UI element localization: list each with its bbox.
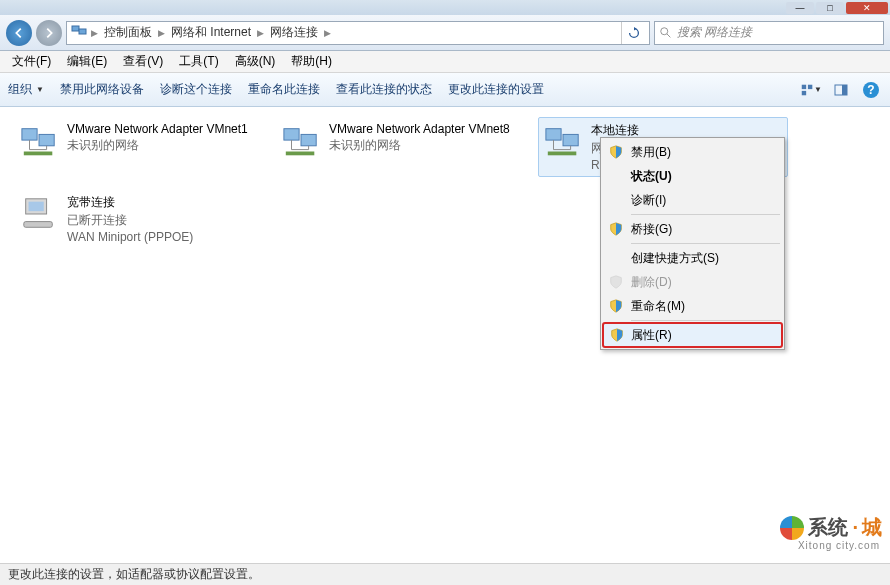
shield-icon — [610, 328, 624, 342]
shield-icon — [609, 222, 623, 236]
ctx-delete: 删除(D) — [603, 270, 782, 294]
svg-rect-28 — [548, 152, 577, 156]
context-menu: 禁用(B) 状态(U) 诊断(I) 桥接(G) 创建快捷方式(S) 删除(D) … — [600, 137, 785, 350]
separator — [631, 243, 780, 244]
svg-rect-11 — [22, 129, 37, 140]
connection-item[interactable]: 宽带连接 已断开连接 WAN Miniport (PPPOE) — [14, 189, 264, 249]
address-bar[interactable]: ▶ 控制面板 ▶ 网络和 Internet ▶ 网络连接 ▶ — [66, 21, 650, 45]
ctx-properties[interactable]: 属性(R) — [603, 323, 782, 347]
svg-line-3 — [667, 33, 671, 37]
network-adapter-icon — [281, 122, 321, 162]
connection-status: 未识别的网络 — [329, 137, 510, 154]
svg-text:?: ? — [867, 83, 874, 97]
separator — [631, 320, 780, 321]
view-options-button[interactable]: ▼ — [800, 79, 822, 101]
connection-item[interactable]: VMware Network Adapter VMnet1 未识别的网络 — [14, 117, 264, 177]
status-text: 更改此连接的设置，如适配器或协议配置设置。 — [8, 566, 260, 583]
logo-icon — [780, 516, 804, 540]
connection-item[interactable]: VMware Network Adapter VMnet8 未识别的网络 — [276, 117, 526, 177]
cmd-diagnose[interactable]: 诊断这个连接 — [160, 81, 232, 98]
svg-rect-1 — [79, 29, 86, 34]
chevron-down-icon: ▼ — [814, 85, 822, 94]
ctx-create-shortcut[interactable]: 创建快捷方式(S) — [603, 246, 782, 270]
chevron-right-icon: ▶ — [158, 28, 165, 38]
chevron-right-icon: ▶ — [257, 28, 264, 38]
chevron-down-icon: ▼ — [36, 85, 44, 94]
ctx-bridge[interactable]: 桥接(G) — [603, 217, 782, 241]
menu-bar: 文件(F) 编辑(E) 查看(V) 工具(T) 高级(N) 帮助(H) — [0, 51, 890, 73]
svg-rect-12 — [39, 134, 54, 145]
refresh-button[interactable] — [621, 22, 645, 44]
svg-rect-4 — [802, 84, 806, 88]
svg-rect-0 — [72, 26, 79, 31]
svg-rect-16 — [24, 152, 53, 156]
window-titlebar: — □ ✕ — [0, 0, 890, 15]
crumb-network-internet[interactable]: 网络和 Internet — [169, 24, 253, 41]
connection-device: WAN Miniport (PPPOE) — [67, 230, 193, 244]
cmd-view-status[interactable]: 查看此连接的状态 — [336, 81, 432, 98]
connection-name: VMware Network Adapter VMnet1 — [67, 122, 248, 136]
crumb-network-connections[interactable]: 网络连接 — [268, 24, 320, 41]
connection-status: 未识别的网络 — [67, 137, 248, 154]
network-adapter-icon — [543, 122, 583, 162]
connection-name: VMware Network Adapter VMnet8 — [329, 122, 510, 136]
connection-name: 宽带连接 — [67, 194, 193, 211]
shield-icon — [609, 275, 623, 289]
svg-rect-8 — [842, 85, 847, 95]
content-area: VMware Network Adapter VMnet1 未识别的网络 VMw… — [0, 107, 890, 567]
minimize-button[interactable]: — — [786, 2, 814, 14]
watermark: 系统·城 Xitong city.com — [780, 514, 882, 541]
maximize-button[interactable]: □ — [816, 2, 844, 14]
shield-icon — [609, 299, 623, 313]
ctx-disable[interactable]: 禁用(B) — [603, 140, 782, 164]
ctx-diagnose[interactable]: 诊断(I) — [603, 188, 782, 212]
svg-rect-30 — [29, 202, 44, 212]
svg-rect-17 — [284, 129, 299, 140]
svg-rect-6 — [802, 90, 806, 94]
status-bar: 更改此连接的设置，如适配器或协议配置设置。 — [0, 563, 890, 585]
separator — [631, 214, 780, 215]
dialup-icon — [19, 194, 59, 234]
svg-rect-23 — [546, 129, 561, 140]
cmd-organize[interactable]: 组织 ▼ — [8, 81, 44, 98]
search-input[interactable]: 搜索 网络连接 — [654, 21, 884, 45]
svg-rect-5 — [808, 84, 812, 88]
menu-edit[interactable]: 编辑(E) — [61, 51, 113, 72]
network-adapter-icon — [19, 122, 59, 162]
help-button[interactable]: ? — [860, 79, 882, 101]
preview-pane-button[interactable] — [830, 79, 852, 101]
svg-rect-24 — [563, 134, 578, 145]
cmd-change-settings[interactable]: 更改此连接的设置 — [448, 81, 544, 98]
menu-file[interactable]: 文件(F) — [6, 51, 57, 72]
cmd-disable-device[interactable]: 禁用此网络设备 — [60, 81, 144, 98]
ctx-rename[interactable]: 重命名(M) — [603, 294, 782, 318]
search-placeholder: 搜索 网络连接 — [677, 24, 752, 41]
chevron-right-icon: ▶ — [324, 28, 331, 38]
shield-icon — [609, 145, 623, 159]
command-bar: 组织 ▼ 禁用此网络设备 诊断这个连接 重命名此连接 查看此连接的状态 更改此连… — [0, 73, 890, 107]
connection-status: 已断开连接 — [67, 212, 193, 229]
svg-rect-22 — [286, 152, 315, 156]
svg-point-2 — [661, 27, 668, 34]
menu-view[interactable]: 查看(V) — [117, 51, 169, 72]
forward-button[interactable] — [36, 20, 62, 46]
back-button[interactable] — [6, 20, 32, 46]
search-icon — [659, 26, 673, 40]
crumb-control-panel[interactable]: 控制面板 — [102, 24, 154, 41]
network-icon — [71, 23, 87, 42]
ctx-status[interactable]: 状态(U) — [603, 164, 782, 188]
menu-tools[interactable]: 工具(T) — [173, 51, 224, 72]
close-button[interactable]: ✕ — [846, 2, 888, 14]
menu-advanced[interactable]: 高级(N) — [229, 51, 282, 72]
svg-rect-18 — [301, 134, 316, 145]
cmd-rename[interactable]: 重命名此连接 — [248, 81, 320, 98]
menu-help[interactable]: 帮助(H) — [285, 51, 338, 72]
chevron-right-icon: ▶ — [91, 28, 98, 38]
navigation-bar: ▶ 控制面板 ▶ 网络和 Internet ▶ 网络连接 ▶ 搜索 网络连接 — [0, 15, 890, 51]
svg-rect-31 — [24, 222, 53, 228]
